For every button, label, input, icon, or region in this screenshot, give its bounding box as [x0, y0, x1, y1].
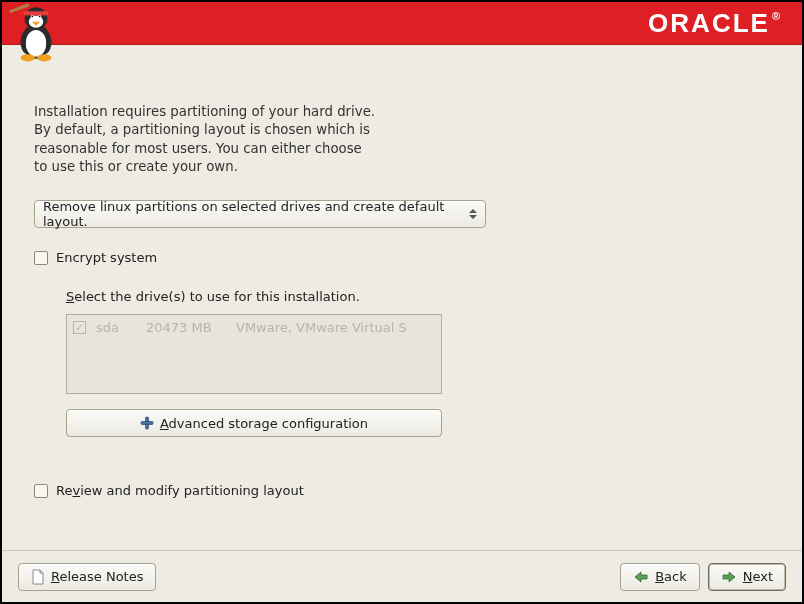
- drive-list[interactable]: ✓ sda 20473 MB VMware, VMware Virtual S: [66, 314, 442, 394]
- encrypt-system-checkbox[interactable]: [34, 251, 48, 265]
- review-partitioning-row: Review and modify partitioning layout: [34, 483, 770, 498]
- svg-rect-13: [141, 422, 153, 425]
- plus-icon: [140, 416, 154, 430]
- footer-bar: Release Notes Back Next: [2, 550, 802, 602]
- advanced-storage-button[interactable]: Advanced storage configuration: [66, 409, 442, 437]
- release-notes-button[interactable]: Release Notes: [18, 563, 156, 591]
- encrypt-system-row: Encrypt system: [34, 250, 770, 265]
- encrypt-system-label: Encrypt system: [56, 250, 157, 265]
- list-item[interactable]: ✓ sda 20473 MB VMware, VMware Virtual S: [73, 320, 435, 335]
- svg-point-8: [21, 54, 35, 61]
- arrow-right-icon: [721, 570, 737, 584]
- svg-rect-10: [24, 11, 49, 15]
- file-icon: [31, 569, 45, 585]
- review-partitioning-checkbox[interactable]: [34, 484, 48, 498]
- back-button[interactable]: Back: [620, 563, 700, 591]
- select-drives-label: Select the drive(s) to use for this inst…: [66, 289, 770, 304]
- svg-point-1: [26, 29, 47, 56]
- penguin-logo: [1, 0, 71, 68]
- svg-point-7: [39, 15, 41, 17]
- svg-point-9: [37, 54, 51, 61]
- dropdown-arrow-icon: [467, 209, 479, 219]
- review-partitioning-label: Review and modify partitioning layout: [56, 483, 304, 498]
- arrow-left-icon: [633, 570, 649, 584]
- oracle-logo: ORACLE®: [648, 8, 782, 39]
- dropdown-selected-text: Remove linux partitions on selected driv…: [43, 199, 467, 229]
- main-panel: Installation requires partitioning of yo…: [2, 45, 802, 550]
- partitioning-layout-dropdown[interactable]: Remove linux partitions on selected driv…: [34, 200, 486, 228]
- top-banner: ORACLE®: [2, 2, 802, 45]
- drive-checkbox[interactable]: ✓: [73, 321, 86, 334]
- intro-text: Installation requires partitioning of yo…: [34, 103, 414, 176]
- next-button[interactable]: Next: [708, 563, 786, 591]
- svg-point-6: [32, 15, 34, 17]
